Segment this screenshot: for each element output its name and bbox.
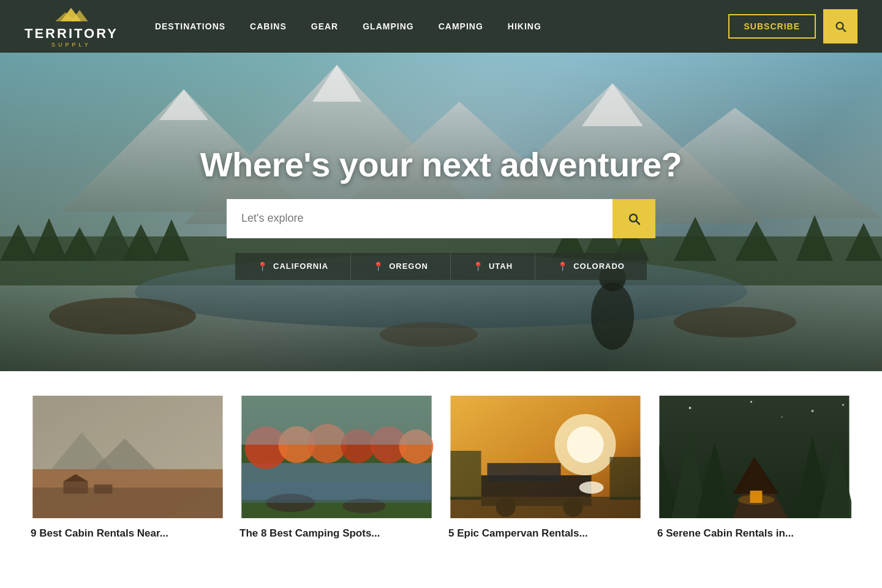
nav-glamping[interactable]: GLAMPING: [363, 21, 413, 31]
nav-camping[interactable]: CAMPING: [439, 21, 483, 31]
pin-icon-colorado: 📍: [557, 262, 568, 271]
pin-icon-oregon: 📍: [373, 262, 384, 271]
hero-section: Where's your next adventure? 📍 CALIFORNI…: [0, 53, 882, 371]
svg-rect-64: [451, 497, 641, 518]
article-image-svg-2: [239, 396, 434, 518]
logo-icon: [53, 6, 89, 27]
article-title-1: 9 Best Cabin Rentals Near...: [31, 527, 225, 540]
search-input[interactable]: [227, 199, 612, 238]
search-submit-button[interactable]: [612, 199, 655, 238]
article-card-2: The 8 Best Camping Spots...: [239, 396, 434, 540]
pin-icon-california: 📍: [257, 262, 268, 271]
article-image-3[interactable]: [448, 396, 643, 518]
pill-utah[interactable]: 📍 UTAH: [451, 253, 535, 280]
search-icon: [834, 20, 847, 33]
search-bar: [227, 199, 655, 238]
svg-point-76: [738, 495, 775, 505]
nav-gear[interactable]: GEAR: [311, 21, 338, 31]
pin-icon-utah: 📍: [473, 262, 484, 271]
article-title-4: 6 Serene Cabin Rentals in...: [657, 527, 851, 540]
article-card-3: 5 Epic Campervan Rentals...: [448, 396, 643, 540]
article-image-2[interactable]: [239, 396, 434, 518]
article-image-4[interactable]: [657, 396, 851, 518]
article-image-svg-3: [448, 396, 643, 518]
search-submit-icon: [627, 211, 641, 226]
header-search-button[interactable]: [823, 9, 858, 43]
svg-point-80: [842, 404, 844, 406]
logo[interactable]: TERRITORY SUPPLY: [24, 6, 118, 48]
nav-cabins[interactable]: CABINS: [250, 21, 287, 31]
svg-point-63: [579, 481, 604, 494]
hero-content: Where's your next adventure? 📍 CALIFORNI…: [0, 53, 882, 371]
article-image-svg-4: [657, 396, 851, 518]
hero-title: Where's your next adventure?: [200, 145, 682, 184]
nav-hiking[interactable]: HIKING: [508, 21, 541, 31]
article-card-1: 9 Best Cabin Rentals Near...: [31, 396, 225, 540]
article-title-3: 5 Epic Campervan Rentals...: [448, 527, 643, 540]
svg-point-77: [689, 407, 692, 409]
svg-point-79: [812, 410, 814, 412]
pill-california[interactable]: 📍 CALIFORNIA: [235, 253, 351, 280]
svg-point-81: [782, 417, 783, 418]
location-pills: 📍 CALIFORNIA 📍 OREGON 📍 UTAH 📍 COLORADO: [235, 253, 647, 280]
svg-rect-60: [488, 463, 561, 481]
svg-rect-54: [242, 481, 432, 503]
svg-rect-65: [451, 451, 481, 500]
nav-destinations[interactable]: DESTINATIONS: [155, 21, 225, 31]
pill-oregon[interactable]: 📍 OREGON: [351, 253, 451, 280]
logo-text: TERRITORY: [24, 27, 118, 40]
svg-rect-55: [242, 396, 432, 445]
subscribe-button[interactable]: SUBSCRIBE: [728, 14, 816, 39]
svg-point-78: [750, 401, 752, 403]
main-nav: DESTINATIONS CABINS GEAR GLAMPING CAMPIN…: [155, 21, 728, 31]
article-card-4: 6 Serene Cabin Rentals in...: [657, 396, 851, 540]
logo-subtext: SUPPLY: [51, 42, 91, 48]
svg-point-58: [567, 426, 604, 463]
svg-rect-42: [33, 396, 223, 518]
pill-colorado[interactable]: 📍 COLORADO: [535, 253, 647, 280]
article-title-2: The 8 Best Camping Spots...: [239, 527, 434, 540]
articles-grid: 9 Best Cabin Rentals Near...: [0, 371, 882, 552]
article-image-svg-1: [31, 396, 225, 518]
header: TERRITORY SUPPLY DESTINATIONS CABINS GEA…: [0, 0, 882, 53]
article-image-1[interactable]: [31, 396, 225, 518]
svg-rect-66: [610, 457, 641, 500]
